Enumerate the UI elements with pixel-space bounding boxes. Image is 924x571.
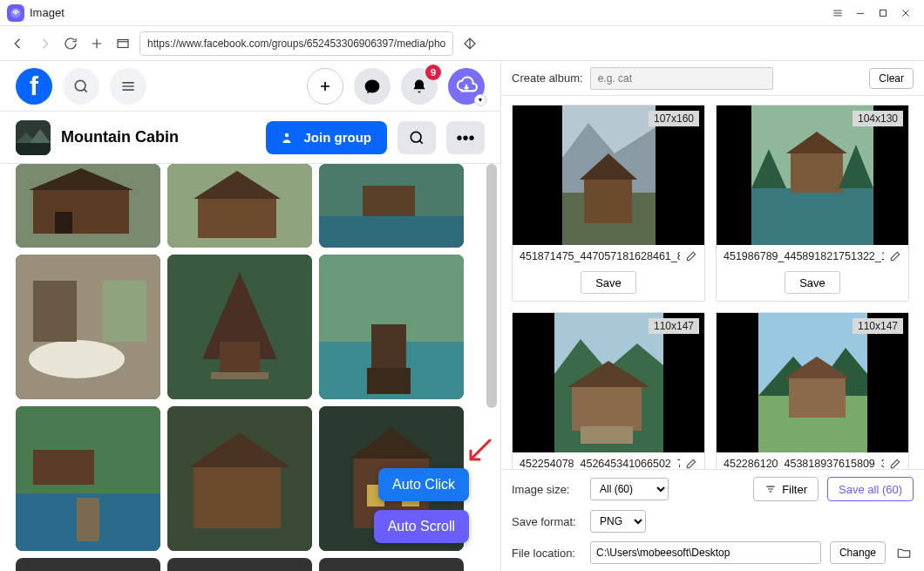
group-search-button[interactable]	[397, 121, 436, 154]
svg-point-8	[411, 132, 421, 142]
dimension-badge: 110x147	[853, 318, 903, 334]
svg-rect-1	[880, 10, 887, 16]
svg-rect-29	[371, 324, 406, 368]
notification-badge: 9	[425, 65, 441, 80]
download-controls: Image size: All (60) Filter Save all (60…	[501, 469, 924, 571]
photo-thumbnail[interactable]	[319, 558, 464, 571]
image-filename: 451986789_445891821751322_1997	[724, 250, 884, 262]
svg-rect-30	[367, 368, 411, 394]
svg-rect-10	[33, 190, 129, 234]
fb-header: f 9 ▾	[0, 61, 500, 112]
svg-rect-53	[791, 153, 843, 193]
clear-button[interactable]: Clear	[869, 68, 914, 89]
svg-rect-59	[572, 387, 642, 431]
app-name: Imaget	[30, 6, 65, 19]
photo-thumbnail[interactable]	[16, 255, 160, 399]
svg-rect-49	[584, 180, 632, 223]
image-filename: 451871475_447057181628461_8497	[520, 250, 680, 262]
svg-rect-18	[363, 186, 415, 216]
chevron-down-icon[interactable]: ▾	[474, 94, 486, 106]
browser-pane: f 9 ▾ Mountain Cabin Join group	[0, 61, 501, 571]
download-panel: Create album: Clear 107x160 451871475_44…	[501, 61, 924, 571]
image-card: 107x160 451871475_447057181628461_8497 S…	[512, 105, 705, 302]
image-filename: 452254078_452645341066502_7083	[520, 458, 680, 469]
image-filename: 452286120_453818937615809_3957	[724, 458, 884, 469]
photo-thumbnail[interactable]	[319, 164, 464, 248]
window-icon[interactable]	[113, 34, 132, 53]
save-format-select[interactable]: PNG	[590, 510, 646, 533]
photo-thumbnail[interactable]	[167, 558, 312, 571]
reload-button[interactable]	[61, 34, 80, 53]
tag-icon[interactable]	[460, 34, 479, 53]
photo-thumbnail[interactable]	[319, 255, 464, 399]
scrollbar[interactable]	[486, 164, 497, 408]
file-location-input[interactable]	[590, 541, 821, 564]
edit-icon[interactable]	[889, 250, 901, 262]
svg-rect-21	[33, 281, 77, 342]
app-icon	[7, 4, 24, 22]
auto-click-button[interactable]: Auto Click	[378, 468, 469, 501]
maximize-button[interactable]	[872, 3, 894, 23]
create-album-label: Create album:	[512, 71, 583, 85]
titlebar: Imaget	[0, 0, 924, 26]
create-button[interactable]	[307, 68, 343, 105]
svg-rect-26	[211, 372, 268, 379]
image-thumbnail[interactable]: 110x147	[717, 313, 908, 452]
open-folder-icon[interactable]	[894, 543, 914, 562]
svg-rect-14	[198, 199, 276, 238]
url-input[interactable]	[139, 31, 453, 56]
dimension-badge: 110x147	[649, 318, 699, 334]
back-button[interactable]	[9, 34, 28, 53]
image-size-select[interactable]: All (60)	[590, 478, 669, 500]
save-button[interactable]: Save	[581, 271, 636, 294]
photo-thumbnail[interactable]	[16, 558, 160, 571]
filter-label: Filter	[782, 483, 807, 496]
facebook-logo[interactable]: f	[16, 68, 52, 105]
dimension-badge: 104x130	[853, 111, 903, 126]
photo-thumbnail[interactable]	[167, 164, 312, 248]
messenger-icon[interactable]	[354, 68, 391, 105]
image-thumbnail[interactable]: 107x160	[513, 105, 704, 245]
menu-icon[interactable]	[826, 3, 849, 23]
edit-icon[interactable]	[685, 458, 697, 469]
group-avatar[interactable]	[16, 120, 51, 155]
filter-button[interactable]: Filter	[753, 477, 819, 501]
save-button[interactable]: Save	[785, 271, 840, 294]
group-header: Mountain Cabin Join group •••	[0, 112, 500, 164]
group-more-button[interactable]: •••	[446, 121, 485, 154]
menu-icon[interactable]	[110, 68, 146, 105]
auto-scroll-button[interactable]: Auto Scroll	[374, 510, 469, 543]
photo-thumbnail[interactable]	[167, 406, 312, 551]
forward-button[interactable]	[35, 34, 54, 53]
photo-thumbnail[interactable]	[16, 164, 160, 248]
save-all-button[interactable]: Save all (60)	[827, 477, 914, 501]
image-thumbnail[interactable]: 110x147	[513, 313, 704, 452]
edit-icon[interactable]	[685, 250, 697, 262]
notifications-icon[interactable]: 9	[401, 68, 438, 105]
photo-thumbnail[interactable]	[167, 255, 312, 399]
image-card: 110x147 452254078_452645341066502_7083	[512, 312, 705, 469]
change-location-button[interactable]: Change	[830, 541, 886, 564]
svg-rect-36	[194, 467, 281, 528]
svg-rect-17	[319, 216, 464, 248]
minimize-button[interactable]	[849, 3, 872, 23]
image-thumbnail[interactable]: 104x130	[717, 105, 908, 245]
svg-rect-33	[33, 450, 94, 485]
svg-rect-22	[103, 281, 146, 342]
join-group-button[interactable]: Join group	[266, 121, 388, 154]
arrow-annotation	[465, 438, 492, 465]
new-tab-button[interactable]	[87, 34, 106, 53]
photo-thumbnail[interactable]	[16, 406, 160, 551]
edit-icon[interactable]	[889, 458, 901, 469]
close-button[interactable]	[894, 3, 917, 23]
svg-rect-2	[118, 39, 128, 47]
imaget-download-icon[interactable]: ▾	[448, 68, 485, 105]
album-name-input[interactable]	[590, 67, 773, 90]
image-size-label: Image size:	[512, 483, 581, 496]
save-format-label: Save format:	[512, 515, 581, 528]
svg-rect-12	[55, 212, 72, 234]
svg-rect-52	[751, 188, 873, 245]
svg-rect-25	[220, 342, 260, 377]
search-icon[interactable]	[63, 68, 99, 105]
svg-point-3	[75, 80, 85, 91]
